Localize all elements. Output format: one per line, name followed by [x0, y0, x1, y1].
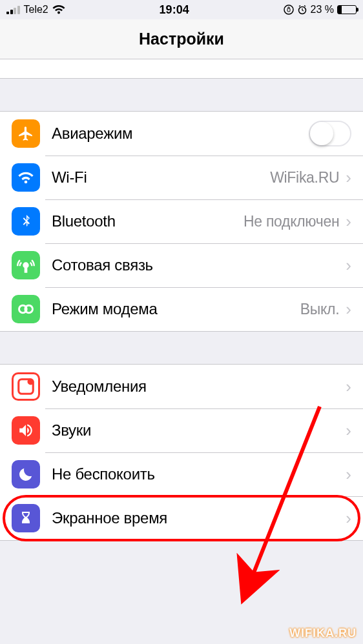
signal-bars-icon [6, 5, 20, 14]
row-label: Bluetooth [52, 212, 244, 230]
battery-percent: 23 % [311, 4, 334, 15]
row-label: Экранное время [52, 509, 346, 527]
row-wifi[interactable]: Wi-Fi WiFika.RU › [0, 156, 363, 199]
status-time: 19:04 [160, 3, 189, 17]
row-sounds[interactable]: Звуки › [0, 408, 363, 452]
partial-previous-section [0, 59, 363, 79]
wifi-icon [52, 5, 65, 14]
cellular-icon [12, 251, 40, 279]
row-value: Не подключен [244, 213, 339, 230]
chevron-right-icon: › [346, 212, 351, 232]
row-label: Wi-Fi [52, 168, 270, 186]
chevron-right-icon: › [346, 465, 351, 485]
watermark: WIFIKA.RU [289, 627, 357, 640]
chevron-right-icon: › [346, 421, 351, 441]
section-spacer [0, 332, 363, 364]
chevron-right-icon: › [346, 377, 351, 397]
svg-point-6 [28, 379, 34, 385]
row-dnd[interactable]: Не беспокоить › [0, 452, 363, 496]
row-value: Выкл. [300, 301, 340, 318]
chevron-right-icon: › [346, 168, 351, 188]
settings-group-connectivity: Авиарежим Wi-Fi WiFika.RU › Bluetooth Не… [0, 111, 363, 332]
row-bluetooth[interactable]: Bluetooth Не подключен › [0, 199, 363, 243]
row-label: Уведомления [52, 377, 346, 396]
row-label: Авиарежим [52, 125, 309, 143]
carrier-label: Tele2 [24, 4, 48, 15]
airplane-icon [12, 119, 40, 148]
section-spacer [0, 79, 363, 111]
row-label: Режим модема [52, 300, 300, 318]
row-label: Не беспокоить [52, 465, 346, 483]
status-bar: Tele2 19:04 23 % [0, 0, 363, 19]
wifi-settings-icon [12, 163, 40, 192]
row-airplane-mode[interactable]: Авиарежим [0, 112, 363, 156]
row-screentime[interactable]: Экранное время › [0, 496, 363, 540]
chevron-right-icon: › [346, 508, 351, 528]
navbar: Настройки [0, 19, 363, 59]
status-bar-right: 23 % [284, 4, 357, 15]
dnd-icon [12, 460, 40, 488]
hotspot-icon [12, 295, 40, 323]
row-label: Сотовая связь [52, 256, 346, 274]
battery-icon [337, 5, 357, 14]
row-cellular[interactable]: Сотовая связь › [0, 243, 363, 287]
orientation-lock-icon [284, 5, 294, 15]
settings-group-general: Уведомления › Звуки › Не беспокоить › Эк… [0, 364, 363, 541]
alarm-icon [297, 5, 307, 15]
page-title: Настройки [139, 30, 224, 48]
sounds-icon [12, 416, 40, 445]
chevron-right-icon: › [346, 256, 351, 276]
row-label: Звуки [52, 421, 346, 439]
row-value: WiFika.RU [270, 169, 339, 186]
status-bar-left: Tele2 [6, 4, 65, 15]
screentime-icon [12, 504, 40, 532]
bluetooth-icon [12, 207, 40, 236]
row-hotspot[interactable]: Режим модема Выкл. › [0, 287, 363, 331]
notifications-icon [12, 372, 40, 401]
row-notifications[interactable]: Уведомления › [0, 365, 363, 408]
chevron-right-icon: › [346, 299, 351, 319]
airplane-toggle[interactable] [309, 121, 351, 146]
